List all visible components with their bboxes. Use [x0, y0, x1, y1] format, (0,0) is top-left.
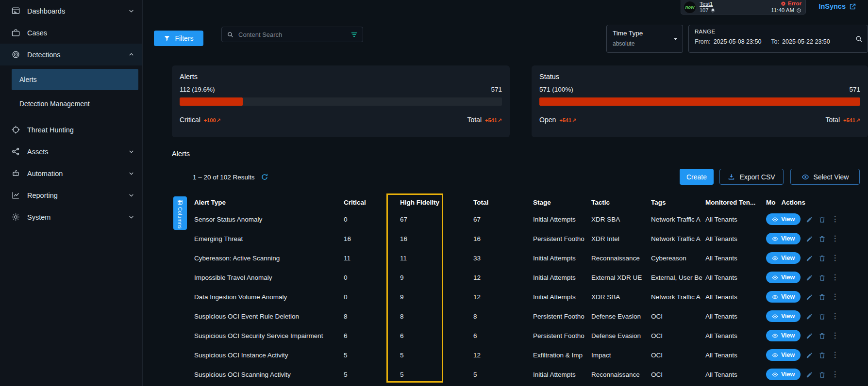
- edit-pencil-icon[interactable]: [806, 371, 813, 378]
- sidebar-item-alerts[interactable]: Alerts: [12, 69, 138, 90]
- more-options-icon[interactable]: ⋮: [831, 273, 839, 281]
- create-button[interactable]: Create: [680, 169, 714, 185]
- edit-pencil-icon[interactable]: [806, 255, 813, 262]
- export-csv-button[interactable]: Export CSV: [719, 169, 784, 185]
- time-range-picker[interactable]: RANGE From: 2025-05-08 23:50 To: 2025-05…: [688, 25, 868, 53]
- delete-trash-icon[interactable]: [818, 235, 826, 242]
- more-options-icon[interactable]: ⋮: [831, 351, 839, 359]
- table-row[interactable]: Impossible Travel Anomaly 0 9 12 Initial…: [194, 268, 854, 287]
- view-button[interactable]: View: [766, 330, 801, 341]
- delete-trash-icon[interactable]: [818, 216, 826, 223]
- chevron-down-icon: [128, 8, 134, 14]
- table-row[interactable]: Suspicious OCI Security Service Impairme…: [194, 326, 854, 345]
- more-options-icon[interactable]: ⋮: [831, 332, 839, 339]
- refresh-icon[interactable]: [261, 173, 268, 181]
- header-high-fidelity[interactable]: High Fidelity: [400, 199, 473, 206]
- sidebar-item-detection-management[interactable]: Detection Management: [12, 93, 138, 114]
- more-options-icon[interactable]: ⋮: [831, 215, 839, 223]
- delete-trash-icon[interactable]: [818, 293, 826, 301]
- delete-trash-icon[interactable]: [818, 371, 826, 378]
- sidebar-item-detections[interactable]: Detections: [0, 44, 142, 65]
- more-options-icon[interactable]: ⋮: [831, 370, 839, 378]
- cell-alert-type: Emerging Threat: [194, 235, 344, 242]
- chevron-down-icon: [128, 192, 134, 198]
- edit-pencil-icon[interactable]: [806, 216, 813, 223]
- view-button[interactable]: View: [766, 233, 801, 244]
- edit-pencil-icon[interactable]: [806, 313, 813, 320]
- range-search-icon[interactable]: [855, 35, 863, 43]
- view-button[interactable]: View: [766, 369, 801, 380]
- more-options-icon[interactable]: ⋮: [831, 235, 839, 242]
- alerts-table: Alert Type Critical High Fidelity Total …: [194, 195, 854, 384]
- insyncs-link[interactable]: InSyncs: [818, 2, 856, 10]
- filters-button[interactable]: Filters: [154, 31, 203, 46]
- table-row[interactable]: Sensor Status Anomaly 0 67 67 Initial At…: [194, 209, 854, 229]
- table-row[interactable]: Suspicious OCI Scanning Activity 5 5 5 I…: [194, 365, 854, 384]
- header-total[interactable]: Total: [473, 199, 533, 206]
- username[interactable]: Test1: [700, 1, 716, 7]
- view-button[interactable]: View: [766, 213, 801, 225]
- edit-pencil-icon[interactable]: [806, 274, 813, 281]
- eye-icon: [772, 371, 778, 378]
- edit-pencil-icon[interactable]: [806, 332, 813, 339]
- content-search: [221, 27, 363, 42]
- sidebar-item-assets[interactable]: Assets: [0, 141, 142, 162]
- select-view-button[interactable]: Select View: [790, 169, 860, 185]
- header-tactic[interactable]: Tactic: [591, 199, 651, 206]
- delete-trash-icon[interactable]: [818, 313, 826, 320]
- sidebar-item-automation[interactable]: Automation: [0, 162, 142, 184]
- table-row[interactable]: Emerging Threat 16 16 16 Persistent Foot…: [194, 229, 854, 248]
- view-button[interactable]: View: [766, 291, 801, 303]
- delete-trash-icon[interactable]: [818, 255, 826, 262]
- trend-up-icon: ↗: [498, 117, 502, 124]
- delete-trash-icon[interactable]: [818, 274, 826, 281]
- account-widget[interactable]: now Test1 107 Error 11:40 AM: [681, 0, 806, 15]
- edit-pencil-icon[interactable]: [806, 235, 813, 242]
- view-button[interactable]: View: [766, 310, 801, 322]
- columns-button[interactable]: Columns: [173, 196, 187, 230]
- card-current-value: 571 (100%): [539, 86, 573, 93]
- from-value: 2025-05-08 23:50: [714, 38, 762, 45]
- sidebar-item-threat-hunting[interactable]: Threat Hunting: [0, 119, 142, 141]
- delete-trash-icon[interactable]: [818, 332, 826, 339]
- cell-high-fidelity: 11: [400, 255, 473, 262]
- view-label: View: [781, 371, 795, 378]
- header-mo[interactable]: Mo: [766, 199, 776, 206]
- view-button[interactable]: View: [766, 272, 801, 283]
- header-alert-type[interactable]: Alert Type: [194, 199, 344, 206]
- cell-tactic: Defense Evasion: [591, 313, 651, 320]
- bell-icon[interactable]: [710, 8, 716, 13]
- sidebar-item-dashboards[interactable]: Dashboards: [0, 0, 142, 22]
- cell-tactic: Reconnaissance: [591, 255, 651, 262]
- delete-trash-icon[interactable]: [818, 352, 826, 359]
- error-label: Error: [788, 0, 801, 7]
- view-button[interactable]: View: [766, 252, 801, 264]
- header-tags[interactable]: Tags: [651, 199, 705, 206]
- header-monitored-tenants[interactable]: Monitored Ten...: [705, 199, 766, 206]
- chevron-up-icon: [128, 51, 134, 58]
- sidebar-item-system[interactable]: System: [0, 206, 142, 228]
- filter-lines-icon[interactable]: [351, 31, 358, 38]
- more-options-icon[interactable]: ⋮: [831, 254, 839, 262]
- edit-pencil-icon[interactable]: [806, 293, 813, 301]
- more-options-icon[interactable]: ⋮: [831, 293, 839, 301]
- eye-icon: [772, 313, 778, 320]
- view-button[interactable]: View: [766, 349, 801, 361]
- table-row[interactable]: Cybereason: Active Scanning 11 11 33 Ini…: [194, 248, 854, 268]
- header-stage[interactable]: Stage: [533, 199, 591, 206]
- table-body: Sensor Status Anomaly 0 67 67 Initial At…: [194, 209, 854, 384]
- more-options-icon[interactable]: ⋮: [831, 312, 839, 320]
- sidebar-item-cases[interactable]: Cases: [0, 22, 142, 44]
- search-input[interactable]: [237, 31, 347, 39]
- sidebar-item-reporting[interactable]: Reporting: [0, 184, 142, 206]
- header-critical[interactable]: Critical: [344, 199, 400, 206]
- cell-critical: 0: [344, 274, 400, 281]
- table-row[interactable]: Suspicious OCI Instance Activity 5 5 12 …: [194, 345, 854, 365]
- cell-tactic: Reconnaissance: [591, 371, 651, 378]
- table-row[interactable]: Suspicious OCI Event Rule Deletion 8 8 8…: [194, 306, 854, 326]
- time-type-value: absolute: [613, 40, 670, 47]
- edit-pencil-icon[interactable]: [806, 352, 813, 359]
- eye-icon: [772, 236, 778, 242]
- time-type-dropdown[interactable]: Time Type absolute: [606, 25, 683, 53]
- table-row[interactable]: Data Ingestion Volume Anomaly 0 9 12 Ini…: [194, 287, 854, 306]
